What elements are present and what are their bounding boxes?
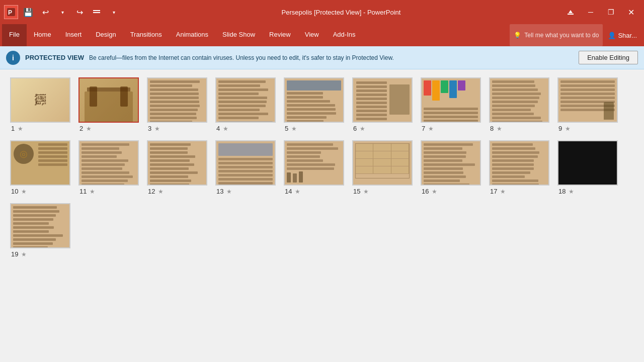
collapse-ribbon-button[interactable] <box>561 5 580 19</box>
slide-number: 15 <box>353 188 360 195</box>
slide-item-2[interactable]: 2★ <box>78 77 139 132</box>
slide-star-icon[interactable]: ★ <box>569 188 574 195</box>
slide-meta-14: 14★ <box>284 188 300 195</box>
slide-item-15[interactable]: 15★ <box>352 140 413 195</box>
slide-meta-8: 8★ <box>489 125 502 132</box>
slide-item-19[interactable]: 19★ <box>10 203 70 258</box>
save-button[interactable]: 💾 <box>21 5 35 19</box>
ribbon-search[interactable]: 💡 Tell me what you want to do <box>510 24 603 46</box>
slide-grid: ﷽ 1★ 2★ 3★ 4★ 5★ 6★ 7★ 8★ 9★ ◎ 10★ 11★ <box>10 77 634 258</box>
slide-thumb-18[interactable] <box>557 140 618 186</box>
slide-star-icon[interactable]: ★ <box>154 125 160 132</box>
restore-button[interactable]: ❐ <box>602 5 620 19</box>
slide-thumb-12[interactable] <box>147 140 207 186</box>
slide-item-17[interactable]: 17★ <box>489 140 549 195</box>
info-icon: i <box>6 51 20 65</box>
svg-rect-2 <box>93 10 100 11</box>
slide-thumb-17[interactable] <box>489 140 549 186</box>
tab-animations[interactable]: Animations <box>169 24 215 46</box>
minimize-button[interactable]: ─ <box>582 5 600 19</box>
slide-item-8[interactable]: 8★ <box>489 77 549 132</box>
slide-meta-7: 7★ <box>421 125 434 132</box>
slide-item-12[interactable]: 12★ <box>147 140 207 195</box>
slide-thumb-5[interactable] <box>284 77 344 123</box>
slide-meta-11: 11★ <box>78 188 95 195</box>
slide-number: 2 <box>79 125 83 132</box>
powerpoint-icon[interactable]: P <box>4 5 18 19</box>
slide-star-icon[interactable]: ★ <box>223 125 228 132</box>
slide-item-6[interactable]: 6★ <box>352 77 413 132</box>
slide-thumb-4[interactable] <box>215 77 276 123</box>
slide-thumb-8[interactable] <box>489 77 549 123</box>
slide-star-icon[interactable]: ★ <box>432 188 437 195</box>
slide-thumb-6[interactable] <box>352 77 413 123</box>
slide-thumb-1[interactable]: ﷽ <box>10 77 70 123</box>
slide-item-1[interactable]: ﷽ 1★ <box>10 77 70 132</box>
enable-editing-button[interactable]: Enable Editing <box>579 51 638 64</box>
slide-number: 12 <box>148 188 155 195</box>
slide-number: 16 <box>422 188 429 195</box>
slide-thumb-11[interactable] <box>78 140 139 186</box>
quick-access-button[interactable] <box>90 5 104 19</box>
slide-item-10[interactable]: ◎ 10★ <box>10 140 70 195</box>
tab-insert[interactable]: Insert <box>58 24 89 46</box>
close-button[interactable]: ✕ <box>622 5 640 19</box>
slide-star-icon[interactable]: ★ <box>497 125 502 132</box>
slide-star-icon[interactable]: ★ <box>21 188 27 195</box>
slide-meta-1: 1★ <box>10 125 23 132</box>
slide-star-icon[interactable]: ★ <box>363 188 369 195</box>
slide-meta-18: 18★ <box>557 188 574 195</box>
slide-star-icon[interactable]: ★ <box>291 125 297 132</box>
slide-star-icon[interactable]: ★ <box>226 188 232 195</box>
slide-number: 3 <box>148 125 151 132</box>
slide-thumb-7[interactable] <box>421 77 481 123</box>
slide-thumb-13[interactable] <box>215 140 276 186</box>
slide-item-7[interactable]: 7★ <box>421 77 481 132</box>
tab-view[interactable]: View <box>298 24 326 46</box>
tab-home[interactable]: Home <box>27 24 58 46</box>
tab-review[interactable]: Review <box>262 24 298 46</box>
slide-thumb-16[interactable] <box>421 140 481 186</box>
tab-slideshow[interactable]: Slide Show <box>215 24 262 46</box>
slide-item-4[interactable]: 4★ <box>215 77 276 132</box>
slide-item-3[interactable]: 3★ <box>147 77 207 132</box>
customize-qat[interactable]: ▾ <box>107 5 121 19</box>
slide-star-icon[interactable]: ★ <box>21 251 27 258</box>
slide-star-icon[interactable]: ★ <box>158 188 164 195</box>
slide-star-icon[interactable]: ★ <box>295 188 300 195</box>
slide-thumb-3[interactable] <box>147 77 207 123</box>
slide-item-13[interactable]: 13★ <box>215 140 276 195</box>
tab-file[interactable]: File <box>2 24 27 46</box>
slide-item-5[interactable]: 5★ <box>284 77 344 132</box>
slide-item-9[interactable]: 9★ <box>557 77 618 132</box>
slide-thumb-10[interactable]: ◎ <box>10 140 70 186</box>
slide-star-icon[interactable]: ★ <box>86 125 92 132</box>
slide-star-icon[interactable]: ★ <box>500 188 506 195</box>
tab-transitions[interactable]: Transitions <box>123 24 169 46</box>
tab-addins[interactable]: Add-Ins <box>326 24 363 46</box>
slide-item-18[interactable]: 18★ <box>557 140 618 195</box>
slide-thumb-15[interactable] <box>352 140 413 186</box>
slide-thumb-19[interactable] <box>10 203 70 248</box>
slide-star-icon[interactable]: ★ <box>90 188 95 195</box>
undo-dropdown[interactable]: ▾ <box>55 5 69 19</box>
slide-thumb-2[interactable] <box>78 77 139 123</box>
slide-item-16[interactable]: 16★ <box>421 140 481 195</box>
slide-thumb-14[interactable] <box>284 140 344 186</box>
ribbon: File Home Insert Design Transitions Anim… <box>0 24 644 46</box>
slide-item-11[interactable]: 11★ <box>78 140 139 195</box>
slide-star-icon[interactable]: ★ <box>360 125 365 132</box>
slide-number: 14 <box>285 188 292 195</box>
slide-item-14[interactable]: 14★ <box>284 140 344 195</box>
slide-thumb-9[interactable] <box>557 77 618 123</box>
tab-design[interactable]: Design <box>89 24 123 46</box>
slide-star-icon[interactable]: ★ <box>565 125 571 132</box>
slide-number: 4 <box>216 125 220 132</box>
slide-star-icon[interactable]: ★ <box>428 125 434 132</box>
user-area[interactable]: 👤 Shar... <box>603 24 642 46</box>
slide-meta-3: 3★ <box>147 125 160 132</box>
redo-button[interactable]: ↪ <box>72 5 87 19</box>
slide-number: 17 <box>490 188 497 195</box>
slide-star-icon[interactable]: ★ <box>18 125 23 132</box>
undo-button[interactable]: ↩ <box>38 5 52 19</box>
